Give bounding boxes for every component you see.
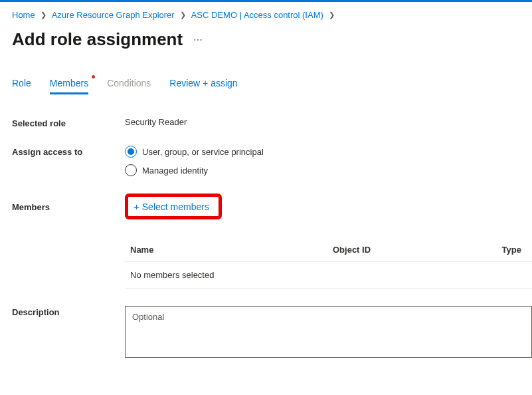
assign-access-radio-group: User, group, or service principal Manage… [125,146,532,176]
row-description: Description [12,306,532,358]
row-members: Members + Select members [12,194,532,219]
selected-role-value: Security Reader [125,117,532,127]
title-row: Add role assignment ⋯ [12,29,532,50]
radio-managed-identity[interactable]: Managed identity [125,164,532,176]
chevron-right-icon: ❯ [41,11,46,19]
radio-managed-label: Managed identity [142,166,208,176]
members-empty-text: No members selected [125,262,532,289]
radio-icon [125,164,137,176]
col-header-type: Type [489,245,527,255]
description-input[interactable] [125,306,532,358]
chevron-right-icon: ❯ [180,11,186,19]
radio-user-group-principal[interactable]: User, group, or service principal [125,146,532,158]
members-table: Name Object ID Type No members selected [125,238,532,289]
tab-review-assign[interactable]: Review + assign [169,78,237,94]
tabs: Role Members Conditions Review + assign [12,78,532,94]
select-members-label: Select members [142,201,209,212]
selected-role-label: Selected role [12,117,125,128]
tab-members[interactable]: Members [50,78,88,94]
tab-members-label: Members [50,78,88,88]
breadcrumb-explorer[interactable]: Azure Resource Graph Explorer [52,10,175,20]
col-header-object-id: Object ID [333,245,489,255]
page-title: Add role assignment [12,29,183,50]
assign-access-label: Assign access to [12,146,125,157]
breadcrumb: Home ❯ Azure Resource Graph Explorer ❯ A… [12,10,532,20]
members-table-header: Name Object ID Type [125,238,532,262]
select-members-button[interactable]: + Select members [125,194,222,219]
more-icon[interactable]: ⋯ [193,35,204,45]
tab-conditions: Conditions [107,78,151,94]
badge-dot-icon [92,75,95,78]
tab-role[interactable]: Role [12,78,31,94]
row-assign-access: Assign access to User, group, or service… [12,146,532,176]
row-selected-role: Selected role Security Reader [12,117,532,128]
radio-icon [125,146,137,158]
description-label: Description [12,306,125,317]
plus-icon: + [133,201,139,212]
col-header-name: Name [130,245,333,255]
chevron-right-icon: ❯ [329,11,335,19]
breadcrumb-iam[interactable]: ASC DEMO | Access control (IAM) [191,10,323,20]
radio-user-label: User, group, or service principal [142,147,264,157]
breadcrumb-home[interactable]: Home [12,10,35,20]
members-label: Members [12,201,125,212]
